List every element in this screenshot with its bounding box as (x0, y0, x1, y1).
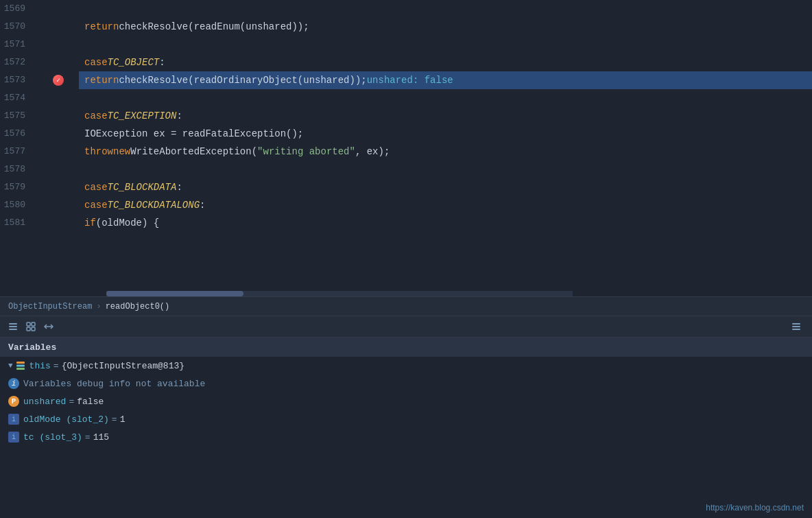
code-line: throw new WriteAbortedException("writing… (79, 143, 812, 161)
code-token-normal: (oldMode) { (96, 214, 159, 232)
code-line (79, 0, 812, 18)
var-key: oldMode (slot_2) (23, 414, 109, 425)
variables-header: Variables (0, 338, 812, 357)
gutter-cell (38, 214, 79, 232)
code-line: return checkResolve(readEnum(unshared)); (79, 18, 812, 36)
gutter-cell (38, 18, 79, 36)
breadcrumb-class: ObjectInputStream (8, 302, 92, 311)
toolbar-scroll-btn[interactable] (789, 319, 804, 334)
code-token-italic-cls: TC_BLOCKDATA (108, 178, 177, 196)
object-icon (16, 361, 25, 370)
code-line: case TC_BLOCKDATALONG: (79, 196, 812, 214)
code-token-italic-cls: TC_EXCEPTION (108, 107, 177, 125)
gutter-cell (38, 36, 79, 54)
svg-rect-13 (16, 368, 25, 370)
gutter-cell (38, 0, 79, 18)
gutter-cell (38, 143, 79, 161)
code-token-kw-case: case (84, 196, 108, 214)
gutter: ✓ (38, 0, 79, 291)
variables-title: Variables (8, 342, 56, 353)
scrollbar-thumb[interactable] (106, 291, 243, 296)
code-scroll: 1569157015711572157315741575157615771578… (0, 0, 812, 291)
code-line (79, 161, 812, 178)
info-icon: i (8, 378, 19, 389)
code-token-kw-return: return (84, 18, 119, 36)
svg-rect-1 (9, 326, 17, 327)
code-token-normal: : (200, 196, 205, 214)
expand-icon (44, 322, 53, 331)
var-item[interactable]: Punshared=false (0, 392, 812, 410)
gutter-cell (38, 196, 79, 214)
code-line: IOException ex = readFatalException(); (79, 125, 812, 143)
var-value: {ObjectInputStream@813} (62, 361, 184, 371)
code-line: case TC_BLOCKDATA: (79, 178, 812, 196)
line-number: 1581 (0, 214, 31, 232)
code-token-string-lit: "writing aborted" (257, 143, 355, 161)
var-equals: = (53, 361, 59, 371)
scrollbar-track[interactable] (106, 291, 573, 296)
code-token-kw-throw: throw (84, 143, 113, 161)
line-number: 1580 (0, 196, 31, 214)
bottom-link: https://kaven.blog.csdn.net (706, 503, 804, 513)
code-token-normal: : (159, 54, 165, 71)
line-number: 1572 (0, 54, 31, 71)
line-number: 1579 (0, 178, 31, 196)
line-number: 1576 (0, 125, 31, 143)
code-token-normal: WriteAbortedException( (130, 143, 257, 161)
scrollbar-area[interactable] (0, 291, 812, 296)
var-item[interactable]: ▼this={ObjectInputStream@813} (0, 357, 812, 375)
code-token-kw-new: new (113, 143, 130, 161)
gutter-cell: ✓ (38, 71, 79, 89)
line-number: 1571 (0, 36, 31, 54)
toolbar (0, 316, 812, 338)
svg-rect-6 (32, 327, 35, 331)
grid-icon (26, 322, 36, 331)
breadcrumb-separator: › (96, 302, 101, 311)
var-key: tc (slot_3) (23, 432, 82, 443)
toolbar-btn-2[interactable] (23, 319, 38, 334)
line-number: 1575 (0, 107, 31, 125)
line-number: 1569 (0, 0, 31, 18)
code-token-normal: IOException ex = readFatalException(); (84, 125, 303, 143)
code-token-italic-cls: TC_OBJECT (108, 54, 160, 71)
toolbar-btn-3[interactable] (41, 319, 56, 334)
svg-rect-0 (9, 323, 17, 325)
code-token-kw-case: case (84, 107, 108, 125)
var-equals: = (112, 414, 117, 425)
code-token-kw-case: case (84, 178, 108, 196)
code-token-inline-hint: unshared: false (367, 71, 453, 89)
slot-icon: i (8, 432, 19, 443)
code-lines: return checkResolve(readEnum(unshared));… (79, 0, 812, 291)
editor-area: 1569157015711572157315741575157615771578… (0, 0, 812, 316)
code-line: return checkResolve(readOrdinaryObject(u… (79, 71, 812, 89)
code-line: if (oldMode) { (79, 214, 812, 232)
var-item[interactable]: iVariables debug info not available (0, 375, 812, 392)
breakpoint-icon[interactable]: ✓ (53, 75, 64, 86)
gutter-cell (38, 54, 79, 71)
expand-arrow-icon: ▼ (8, 362, 13, 370)
line-number: 1577 (0, 143, 31, 161)
var-item[interactable]: itc (slot_3)=115 (0, 428, 812, 446)
toolbar-btn-1[interactable] (5, 319, 21, 334)
code-token-normal: checkResolve(readEnum(unshared)); (119, 18, 309, 36)
code-line: case TC_OBJECT: (79, 54, 812, 71)
variables-panel: ▼this={ObjectInputStream@813}iVariables … (0, 357, 812, 495)
info-text: Variables debug info not available (23, 379, 205, 389)
gutter-cell (38, 107, 79, 125)
var-equals: = (69, 397, 74, 407)
gutter-cell (38, 89, 79, 107)
gutter-cell (38, 125, 79, 143)
list-icon (8, 322, 18, 331)
svg-rect-9 (792, 326, 800, 327)
editor-container: 1569157015711572157315741575157615771578… (0, 0, 812, 518)
code-token-normal: : (176, 178, 182, 196)
var-value: false (77, 397, 104, 407)
line-number: 1573 (0, 71, 31, 89)
code-token-normal: : (176, 107, 182, 125)
var-item[interactable]: ioldMode (slot_2)=1 (0, 410, 812, 428)
scroll-icon (791, 322, 801, 331)
breadcrumb-method: readObject0() (106, 302, 170, 311)
svg-rect-4 (32, 322, 35, 326)
line-number: 1574 (0, 89, 31, 107)
code-token-kw-return: return (84, 71, 119, 89)
